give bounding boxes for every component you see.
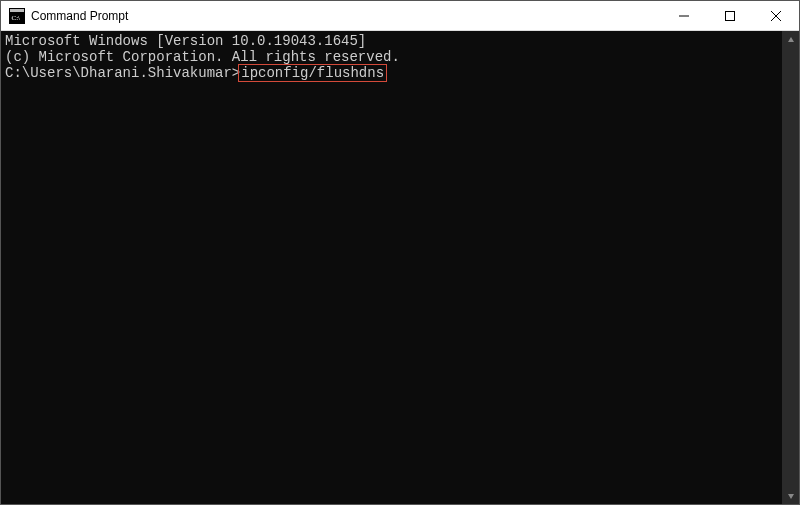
svg-rect-4 — [726, 11, 735, 20]
maximize-button[interactable] — [707, 1, 753, 30]
typed-command: ipconfig/flushdns — [241, 65, 384, 81]
terminal-output[interactable]: Microsoft Windows [Version 10.0.19043.16… — [1, 31, 782, 504]
output-line: Microsoft Windows [Version 10.0.19043.16… — [5, 33, 778, 49]
svg-text:C:\: C:\ — [12, 13, 21, 21]
close-button[interactable] — [753, 1, 799, 30]
titlebar[interactable]: C:\ Command Prompt — [1, 1, 799, 31]
svg-marker-7 — [788, 37, 794, 42]
client-area: Microsoft Windows [Version 10.0.19043.16… — [1, 31, 799, 504]
svg-rect-1 — [10, 9, 24, 12]
output-line: (c) Microsoft Corporation. All rights re… — [5, 49, 778, 65]
scroll-down-button[interactable] — [782, 487, 799, 504]
window-title: Command Prompt — [31, 9, 661, 23]
minimize-button[interactable] — [661, 1, 707, 30]
svg-marker-8 — [788, 494, 794, 499]
vertical-scrollbar[interactable] — [782, 31, 799, 504]
window-controls — [661, 1, 799, 30]
prompt-path: C:\Users\Dharani.Shivakumar> — [5, 65, 240, 81]
command-prompt-window: C:\ Command Prompt Microsoft Windows [Ve… — [0, 0, 800, 505]
scroll-up-button[interactable] — [782, 31, 799, 48]
prompt-line: C:\Users\Dharani.Shivakumar>ipconfig/flu… — [5, 65, 778, 81]
cmd-icon: C:\ — [9, 8, 25, 24]
command-highlight: ipconfig/flushdns — [238, 64, 387, 82]
